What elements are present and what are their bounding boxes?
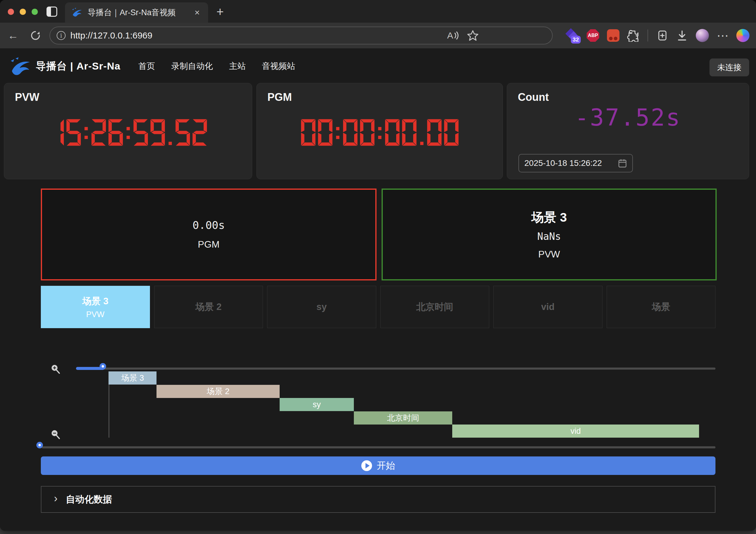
extension-badge: 32	[571, 36, 581, 43]
scene-button-label: 北京时间	[416, 301, 453, 313]
count-value: -37.52s	[507, 104, 749, 131]
tab-overview-icon[interactable]	[46, 7, 57, 17]
scene-button-label: 场景 3	[82, 295, 109, 308]
gantt-bar[interactable]: 北京时间	[354, 411, 452, 425]
automation-panel-title: 自动化数据	[66, 493, 112, 506]
scene-button[interactable]: vid	[493, 286, 603, 328]
nav-link[interactable]: 主站	[229, 61, 246, 72]
scene-button[interactable]: 场景	[607, 286, 716, 328]
app-header: 导播台 | Ar-Sr-Na 首页录制自动化主站音视频站	[9, 52, 295, 80]
pvw-timer-card: PVW	[4, 83, 252, 179]
scene-button-label: vid	[541, 302, 554, 312]
gantt-bar-label: vid	[571, 427, 581, 436]
connection-status-badge[interactable]: 未连接	[710, 58, 749, 76]
pgm-clock	[257, 119, 502, 147]
toolbar-divider	[647, 30, 648, 42]
browser-toolbar: ← i http://127.0.0.1:6969 A 32 ABP	[0, 23, 756, 48]
app-title: 导播台 | Ar-Sr-Na	[36, 59, 121, 73]
pgm-timer-card: PGM	[256, 83, 503, 179]
adblock-icon[interactable]	[607, 29, 619, 42]
tab-title: 导播台｜Ar-Sr-Na音视频	[88, 7, 187, 18]
count-card: Count -37.52s 2025-10-18 15:26:22	[507, 83, 749, 179]
timeline-gantt: 场景 3场景 2sy北京时间vid	[41, 371, 716, 437]
pvw-box-label: PVW	[538, 249, 560, 260]
scene-button-sublabel: PVW	[86, 310, 105, 319]
gantt-bar[interactable]: sy	[280, 398, 354, 411]
pgm-box-label: PGM	[198, 239, 220, 250]
favorites-star-icon[interactable]	[467, 30, 479, 42]
chevron-right-icon: ›	[54, 493, 58, 504]
scene-button-label: 场景	[652, 301, 670, 313]
nav-link[interactable]: 音视频站	[262, 61, 295, 72]
adblock-plus-icon[interactable]: ABP	[587, 29, 599, 42]
seek-slider-track[interactable]	[42, 446, 716, 448]
start-button-label: 开始	[377, 460, 395, 472]
pgm-remaining-time: 0.00s	[193, 219, 225, 231]
pgm-card-label: PGM	[267, 91, 292, 103]
calendar-icon[interactable]	[618, 158, 627, 168]
pvw-clock	[4, 119, 252, 147]
back-button[interactable]: ←	[8, 23, 18, 48]
count-card-label: Count	[518, 91, 549, 103]
zoom-slider-handle[interactable]	[99, 363, 106, 370]
gantt-bar-label: 场景 3	[121, 373, 144, 383]
gantt-bar[interactable]: 场景 2	[156, 385, 280, 398]
nav-link[interactable]: 录制自动化	[171, 61, 213, 72]
read-aloud-icon[interactable]: A	[446, 30, 459, 42]
close-window-button[interactable]	[8, 9, 14, 15]
pvw-card-label: PVW	[15, 91, 40, 103]
timeline-section: 场景 3场景 2sy北京时间vid	[0, 359, 756, 452]
extension-icon[interactable]: 32	[566, 29, 579, 42]
settings-menu-icon[interactable]: ⋯	[716, 29, 729, 42]
pvw-duration: NaNs	[537, 231, 561, 242]
scene-button[interactable]: sy	[267, 286, 376, 328]
datetime-value: 2025-10-18 15:26:22	[525, 158, 602, 168]
gantt-bar-label: sy	[313, 400, 321, 409]
page-content: 导播台 | Ar-Sr-Na 首页录制自动化主站音视频站 未连接 PVW PGM…	[0, 48, 756, 531]
copilot-icon[interactable]	[736, 29, 749, 42]
automation-data-panel[interactable]: › 自动化数据	[41, 486, 716, 513]
zoom-slider-track[interactable]	[76, 368, 716, 370]
nav-link[interactable]: 首页	[138, 61, 155, 72]
gantt-bar-label: 场景 2	[206, 386, 230, 397]
gantt-bar-label: 北京时间	[387, 412, 419, 423]
gantt-bar[interactable]: vid	[452, 425, 699, 437]
pvw-scene-name: 场景 3	[531, 209, 567, 226]
gantt-bar[interactable]: 场景 3	[109, 371, 156, 384]
svg-text:A: A	[447, 30, 453, 40]
url-text: http://127.0.0.1:6969	[70, 30, 152, 41]
main-nav: 首页录制自动化主站音视频站	[138, 61, 295, 72]
scene-button[interactable]: 场景 3PVW	[41, 286, 150, 328]
arsrna-logo-icon	[9, 56, 32, 76]
datetime-input[interactable]: 2025-10-18 15:26:22	[518, 154, 633, 172]
site-info-icon[interactable]: i	[57, 31, 66, 40]
profile-avatar[interactable]	[696, 29, 709, 42]
seek-slider-handle[interactable]	[36, 442, 43, 448]
favicon-logo-icon	[71, 7, 83, 18]
scene-button-label: sy	[316, 302, 327, 312]
pvw-preview-box[interactable]: 场景 3 NaNs PVW	[382, 188, 716, 280]
play-icon	[361, 460, 372, 471]
scene-button-label: 场景 2	[195, 301, 222, 313]
new-tab-button[interactable]: +	[216, 5, 224, 19]
tab-close-icon[interactable]: ×	[192, 8, 202, 17]
downloads-icon[interactable]	[676, 29, 688, 42]
scene-button[interactable]: 场景 2	[154, 286, 263, 328]
start-button[interactable]: 开始	[41, 457, 716, 475]
scene-button[interactable]: 北京时间	[380, 286, 490, 328]
extensions-puzzle-icon[interactable]	[627, 29, 640, 42]
scene-button-row: 场景 3PVW场景 2sy北京时间vid场景	[41, 286, 716, 328]
reload-button[interactable]	[30, 30, 41, 41]
pgm-preview-box[interactable]: 0.00s PGM	[41, 188, 376, 280]
maximize-window-button[interactable]	[32, 9, 38, 15]
zoom-out-icon[interactable]	[50, 429, 61, 440]
browser-tab-strip: 导播台｜Ar-Sr-Na音视频 × +	[0, 0, 756, 23]
browser-window: 导播台｜Ar-Sr-Na音视频 × + ← i http://127.0.0.1…	[0, 0, 756, 531]
browser-tab[interactable]: 导播台｜Ar-Sr-Na音视频 ×	[65, 2, 208, 23]
collections-icon[interactable]	[656, 29, 668, 42]
minimize-window-button[interactable]	[20, 9, 26, 15]
